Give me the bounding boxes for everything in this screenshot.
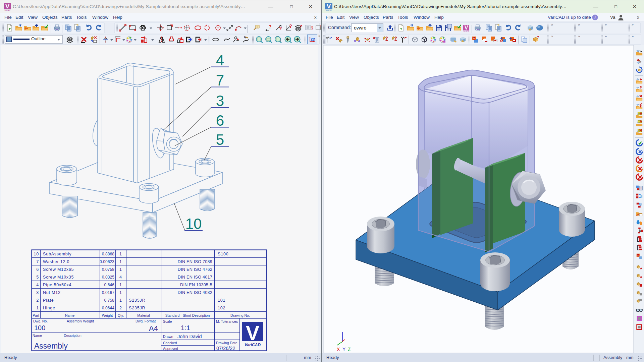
svg-text:John David: John David	[177, 334, 202, 339]
svg-text:1: 1	[119, 267, 122, 272]
svg-text:1: 1	[36, 306, 39, 310]
svg-text:0.0644: 0.0644	[102, 306, 115, 310]
svg-text:0.0758: 0.0758	[102, 267, 115, 272]
svg-text:1: 1	[119, 298, 122, 303]
svg-text:100: 100	[34, 324, 45, 331]
svg-text:Hinge: Hinge	[43, 306, 55, 310]
svg-text:Name: Name	[33, 334, 42, 338]
svg-text:S235JR: S235JR	[129, 306, 145, 310]
svg-text:07/26/22: 07/26/22	[216, 346, 235, 351]
svg-text:DIN EN ISO 7089: DIN EN ISO 7089	[178, 259, 212, 264]
svg-text:Qty.: Qty.	[118, 313, 124, 317]
svg-text:?: ?	[269, 24, 272, 29]
svg-text:5: 5	[36, 275, 39, 280]
svg-text:101: 101	[218, 298, 225, 303]
svg-text:Drawing Date: Drawing Date	[216, 341, 237, 345]
svg-text:0.758: 0.758	[104, 298, 114, 303]
svg-text:10: 10	[185, 216, 202, 232]
svg-text:VariCAD: VariCAD	[326, 10, 332, 11]
svg-text:Name: Name	[65, 313, 74, 317]
svg-text:Drawn: Drawn	[163, 335, 173, 339]
svg-text:Pipe 50x50x4: Pipe 50x50x4	[43, 283, 71, 287]
svg-text:1: 1	[119, 259, 122, 264]
svg-text:7: 7	[216, 72, 224, 88]
svg-text:Dwg. Format: Dwg. Format	[136, 319, 156, 323]
svg-text:Checked: Checked	[163, 341, 177, 345]
svg-text:V: V	[465, 25, 468, 31]
svg-text:VariCAD: VariCAD	[5, 10, 10, 11]
svg-text:6: 6	[216, 112, 224, 129]
svg-text:M. Tolerances: M. Tolerances	[216, 319, 238, 323]
svg-text:7: 7	[36, 259, 39, 264]
svg-text:SubAssembly: SubAssembly	[43, 252, 71, 256]
svg-text:Dwg. No.: Dwg. No.	[33, 319, 48, 323]
svg-text:102: 102	[218, 306, 225, 310]
svg-text:10: 10	[34, 252, 39, 256]
svg-text:3: 3	[216, 93, 224, 109]
svg-text:S235JR: S235JR	[129, 298, 145, 303]
svg-text:Scale: Scale	[163, 319, 172, 323]
svg-text:Washer 12.0: Washer 12.0	[43, 259, 69, 264]
svg-text:Approved: Approved	[163, 347, 178, 351]
svg-text:0.00623: 0.00623	[100, 259, 114, 264]
svg-text:0.8868: 0.8868	[102, 252, 115, 256]
svg-text:1: 1	[119, 252, 122, 256]
svg-text:DIN EN 10305-5: DIN EN 10305-5	[180, 283, 212, 287]
svg-text:Assembly: Assembly	[34, 342, 68, 350]
svg-text:DIN EN ISO 4017: DIN EN ISO 4017	[178, 275, 212, 280]
svg-text:?: ?	[279, 26, 282, 31]
svg-text:0.0325: 0.0325	[102, 275, 115, 280]
svg-text:V: V	[246, 322, 259, 344]
svg-text:Screw M10x35: Screw M10x35	[43, 275, 74, 280]
svg-text:Plate: Plate	[43, 298, 54, 303]
svg-text:Standard - Short Description: Standard - Short Description	[165, 313, 210, 317]
svg-text:6: 6	[36, 267, 39, 272]
svg-text:Z: Z	[348, 347, 351, 352]
svg-text:Y: Y	[342, 347, 346, 352]
svg-text:2D: 2D	[311, 37, 315, 41]
svg-text:Nut M12: Nut M12	[43, 290, 61, 295]
svg-text:Material: Material	[137, 313, 150, 317]
svg-text:?: ?	[537, 36, 539, 39]
svg-text:0.646: 0.646	[104, 283, 114, 287]
svg-text:X: X	[337, 347, 340, 352]
svg-text:V: V	[327, 3, 331, 10]
svg-text:2: 2	[36, 298, 39, 303]
svg-text:S100: S100	[218, 252, 228, 256]
svg-text:Part: Part	[33, 313, 39, 317]
svg-text:0.0167: 0.0167	[102, 290, 115, 295]
svg-text:1: 1	[119, 290, 122, 295]
svg-text:V: V	[5, 3, 10, 10]
svg-text:Description: Description	[64, 334, 82, 338]
svg-text:?: ?	[311, 25, 313, 31]
svg-text:2: 2	[119, 306, 122, 310]
svg-text:?: ?	[289, 24, 292, 29]
svg-text:1: 1	[119, 283, 122, 287]
svg-text:Drawing No.: Drawing No.	[230, 313, 250, 317]
svg-text:A4: A4	[149, 324, 158, 333]
svg-text:4: 4	[119, 275, 122, 280]
svg-text:4: 4	[216, 52, 224, 68]
svg-text:3: 3	[36, 290, 39, 295]
svg-text:Weight: Weight	[102, 313, 113, 317]
svg-text:4: 4	[36, 283, 39, 287]
svg-text:5: 5	[216, 131, 224, 148]
svg-text:Assembly Weight: Assembly Weight	[67, 319, 94, 323]
svg-text:VariCAD: VariCAD	[245, 343, 261, 347]
svg-text:1:1: 1:1	[181, 324, 190, 331]
svg-text:DIN EN ISO 4032: DIN EN ISO 4032	[178, 290, 212, 295]
svg-text:DIN EN ISO 4762: DIN EN ISO 4762	[178, 267, 212, 272]
svg-text:VariCAD: VariCAD	[463, 30, 470, 32]
svg-text:?: ?	[300, 24, 302, 29]
svg-text:Screw M12x65: Screw M12x65	[43, 267, 74, 272]
